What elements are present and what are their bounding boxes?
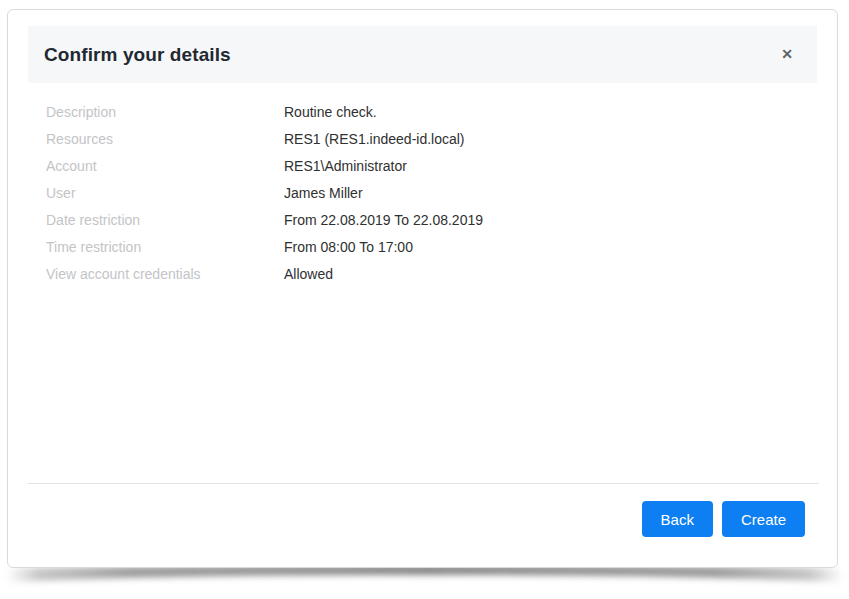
field-value: James Miller: [284, 185, 363, 201]
confirm-details-dialog: Confirm your details ✕ Description Routi…: [7, 9, 838, 568]
back-button[interactable]: Back: [642, 501, 713, 537]
field-value: Allowed: [284, 266, 333, 282]
detail-row: View account credentials Allowed: [46, 266, 817, 293]
field-label: Date restriction: [46, 212, 284, 228]
close-button[interactable]: ✕: [777, 43, 797, 65]
dialog-footer: Back Create: [642, 501, 805, 537]
dialog-header: Confirm your details ✕: [28, 26, 817, 83]
field-value: RES1\Administrator: [284, 158, 407, 174]
field-label: Time restriction: [46, 239, 284, 255]
create-button[interactable]: Create: [722, 501, 805, 537]
field-value: From 08:00 To 17:00: [284, 239, 413, 255]
field-value: RES1 (RES1.indeed-id.local): [284, 131, 465, 147]
page: Confirm your details ✕ Description Routi…: [0, 0, 849, 599]
dialog-title: Confirm your details: [44, 44, 231, 66]
details-list: Description Routine check. Resources RES…: [46, 104, 817, 293]
detail-row: Resources RES1 (RES1.indeed-id.local): [46, 131, 817, 158]
field-label: View account credentials: [46, 266, 284, 282]
detail-row: Time restriction From 08:00 To 17:00: [46, 239, 817, 266]
field-label: Account: [46, 158, 284, 174]
detail-row: User James Miller: [46, 185, 817, 212]
field-label: Resources: [46, 131, 284, 147]
detail-row: Description Routine check.: [46, 104, 817, 131]
field-value: From 22.08.2019 To 22.08.2019: [284, 212, 483, 228]
footer-divider: [28, 483, 819, 484]
detail-row: Account RES1\Administrator: [46, 158, 817, 185]
field-label: User: [46, 185, 284, 201]
field-label: Description: [46, 104, 284, 120]
detail-row: Date restriction From 22.08.2019 To 22.0…: [46, 212, 817, 239]
field-value: Routine check.: [284, 104, 377, 120]
close-icon: ✕: [781, 46, 793, 62]
